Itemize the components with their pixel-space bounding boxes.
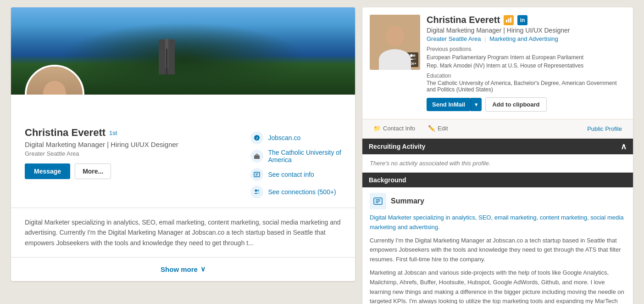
jobscan-icon: J	[250, 131, 263, 144]
profile-top-row: Christina Everett 1st Digital Marketing …	[25, 127, 341, 198]
contact-icon	[250, 168, 263, 181]
svg-point-8	[255, 190, 257, 192]
recruiting-activity-content: There's no activity associated with this…	[362, 154, 633, 172]
profile-sidebar-links: J Jobscan.co The Catholic University ofA…	[250, 131, 341, 198]
profile-header: Christina Everett 1st Digital Marketing …	[11, 95, 355, 208]
svg-rect-13	[508, 18, 510, 23]
sidebar-link-contact[interactable]: See contact info	[250, 168, 341, 181]
svg-point-11	[413, 55, 415, 57]
background-section: Background Summary Digital Marketer spec…	[362, 173, 633, 304]
background-header: Background	[362, 173, 633, 187]
svg-rect-12	[506, 20, 507, 23]
right-info: Christina Everett in Digital Marketing M…	[427, 15, 626, 112]
send-inmail-button[interactable]: Send InMail	[427, 98, 471, 111]
svg-rect-14	[510, 17, 511, 23]
profile-location: Greater Seattle Area	[25, 150, 178, 157]
sidebar-link-university[interactable]: The Catholic University ofAmerica	[250, 149, 341, 163]
positions-list: European Parliamentary Program Intern at…	[427, 53, 626, 70]
right-location: Greater Seattle Area | Marketing and Adv…	[427, 35, 626, 42]
profile-name: Christina Everett 1st	[25, 127, 178, 139]
profile-actions: Message More...	[25, 163, 178, 179]
right-avatar: 500+	[370, 15, 420, 70]
right-previous-positions: Previous positions European Parliamentar…	[427, 46, 626, 70]
svg-text:J: J	[256, 136, 258, 140]
summary-p2: Currently I'm the Digital Marketing Mana…	[370, 236, 626, 265]
right-education: Education The Catholic University of Ame…	[427, 73, 626, 93]
left-profile-panel: Christina Everett 1st Digital Marketing …	[11, 7, 355, 281]
profile-headline: Digital Marketing Manager | Hiring UI/UX…	[25, 141, 178, 148]
avatar-face	[27, 67, 83, 95]
connections-icon	[250, 186, 263, 198]
send-inmail-group: Send InMail ▾	[427, 98, 482, 111]
tab-contact-info[interactable]: 📁 Contact Info	[367, 119, 422, 138]
summary-p3: Marketing at Jobscan and various side-pr…	[370, 268, 626, 304]
svg-rect-2	[254, 156, 260, 159]
tab-edit[interactable]: ✏️ Edit	[422, 119, 454, 138]
profile-info: Christina Everett 1st Digital Marketing …	[25, 127, 178, 179]
summary-heading: Summary	[391, 197, 424, 205]
chevron-down-icon: ∨	[200, 265, 205, 273]
svg-marker-3	[254, 153, 260, 156]
right-profile-header: 500+ Christina Everett in Digital Market…	[362, 7, 633, 119]
summary-block: Summary Digital Marketer specializing in…	[362, 187, 633, 304]
right-profile-name: Christina Everett in	[427, 15, 626, 25]
inmail-dropdown-button[interactable]: ▾	[471, 98, 482, 111]
profile-summary: Digital Marketer specializing in analyti…	[11, 208, 355, 258]
summary-p1: Digital Marketer specializing in analyti…	[370, 213, 626, 232]
sidebar-link-jobscan[interactable]: J Jobscan.co	[250, 131, 341, 144]
folder-icon: 📁	[373, 125, 381, 132]
more-button[interactable]: More...	[75, 163, 111, 179]
university-label: The Catholic University ofAmerica	[268, 149, 341, 163]
right-action-buttons: Send InMail ▾ Add to clipboard	[427, 97, 626, 112]
right-profile-panel: 500+ Christina Everett in Digital Market…	[362, 7, 633, 304]
chart-icon	[504, 15, 514, 25]
summary-icon	[370, 193, 386, 209]
sidebar-link-connections[interactable]: See connections (500+)	[250, 186, 341, 198]
right-tabs: 📁 Contact Info ✏️ Edit Public Profile	[362, 119, 633, 139]
summary-title-row: Summary	[370, 193, 626, 209]
linkedin-icon: in	[517, 15, 527, 25]
avatar	[25, 65, 84, 95]
public-profile-link[interactable]: Public Profile	[581, 120, 628, 138]
message-button[interactable]: Message	[25, 163, 70, 179]
connections-overlay: 500+	[406, 52, 418, 67]
cover-photo	[11, 7, 355, 95]
connection-badge: 1st	[109, 129, 117, 136]
university-icon	[250, 150, 263, 163]
recruiting-activity-section: Recruiting Activity ∧ There's no activit…	[362, 139, 633, 173]
svg-point-10	[410, 54, 413, 57]
collapse-icon[interactable]: ∧	[621, 142, 627, 151]
add-to-clipboard-button[interactable]: Add to clipboard	[485, 97, 546, 112]
svg-point-9	[257, 190, 259, 191]
pencil-icon: ✏️	[428, 125, 435, 132]
right-headline: Digital Marketing Manager | Hiring UI/UX…	[427, 27, 626, 34]
show-more-bar: Show more ∨	[11, 258, 355, 281]
recruiting-activity-header: Recruiting Activity ∧	[362, 139, 633, 154]
show-more-button[interactable]: Show more ∨	[161, 265, 205, 273]
